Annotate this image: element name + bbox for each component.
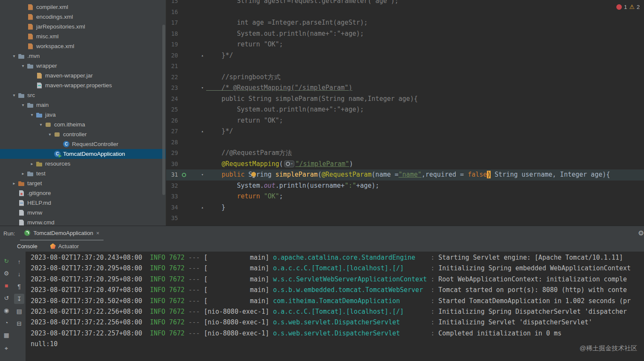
editor-line-15[interactable]: 15 String ageStr=request.getParameter("a… [166, 0, 644, 7]
tree-scrollbar[interactable] [162, 25, 165, 195]
editor-line-32[interactable]: 32 System.out.println(username+":"+age); [166, 180, 644, 192]
chevron-down-icon[interactable]: ▾ [19, 103, 27, 107]
tree-item-main[interactable]: ▾main [0, 100, 166, 110]
editor-line-25[interactable]: 25 System.out.println(name+":"+age); [166, 104, 644, 115]
editor-line-29[interactable]: 29 //@RequestParam方法 [166, 148, 644, 159]
tree-item-test[interactable]: ▸test [0, 169, 166, 178]
inspection-widget[interactable]: 1 ⚠ 2 [616, 3, 640, 10]
editor-line-24[interactable]: 24 public String simpleParam(String name… [166, 94, 644, 105]
line-number: 19 [166, 39, 178, 50]
soft-wrap-button[interactable]: ¶ [14, 281, 24, 292]
editor-line-26[interactable]: 26 return "OK"; [166, 115, 644, 126]
editor-line-23[interactable]: 23▾ /* @RequestMapping("/simpleParam") [166, 83, 644, 94]
tree-item-jarrepositories-xml[interactable]: jarRepositories.xml [0, 22, 166, 32]
tree-item-maven-wrapper-jar[interactable]: maven-wrapper.jar [0, 71, 166, 80]
tab-actuator[interactable]: Actuator [50, 243, 79, 249]
editor-line-19[interactable]: 19 return "OK"; [166, 39, 644, 50]
tree-item-help-md[interactable]: HELP.md [0, 198, 166, 208]
chevron-right-icon[interactable]: ▸ [28, 161, 36, 166]
tab-console[interactable]: Console [17, 243, 37, 249]
run-configuration-tab[interactable]: TomcatDemoApplication × [20, 226, 104, 241]
chevron-down-icon[interactable]: ▾ [10, 93, 18, 97]
chevron-down-icon[interactable]: ▾ [10, 54, 18, 58]
editor-line-17[interactable]: 17 int age =Integer.parseInt(ageStr); [166, 17, 644, 29]
editor-line-30[interactable]: 30 @RequestMapping("/simpleParam") [166, 159, 644, 170]
gutter-icon-slot [178, 50, 190, 61]
editor-line-31[interactable]: 31▾ public String simpleParam(@RequestPa… [166, 169, 644, 180]
tree-item-mvnw-cmd[interactable]: mvnw.cmd [0, 218, 166, 226]
code-token: } [206, 203, 225, 211]
settings-button[interactable]: ⚙ [1, 268, 12, 278]
fold-slot [190, 137, 206, 148]
tree-item-encodings-xml[interactable]: encodings.xml [0, 12, 166, 22]
run-lower: ↑↓¶↧▤⊟ 2023-08-02T17:37:20.243+08:00 INF… [13, 252, 644, 361]
fold-down-icon[interactable]: ▾ [201, 169, 204, 180]
tree-item-controller[interactable]: ▾controller [0, 129, 166, 139]
prev-occurrence-button[interactable]: ↑ [14, 257, 24, 267]
editor-line-34[interactable]: 34▴ } [166, 202, 644, 213]
editor-line-22[interactable]: 22 //springboot方式 [166, 72, 644, 83]
tree-item-wrapper[interactable]: ▾wrapper [0, 61, 166, 71]
tree-item-mvnw[interactable]: mvnw [0, 208, 166, 218]
code-text: String ageStr=request.getParameter("age"… [206, 0, 644, 7]
clear-console-button[interactable]: ⊟ [14, 318, 24, 329]
tree-item-workspace-xml[interactable]: workspace.xml [0, 41, 166, 51]
code-token: }*/ [206, 127, 233, 135]
code-text: }*/ [206, 50, 644, 61]
chevron-down-icon[interactable]: ▾ [28, 112, 36, 117]
print-button[interactable]: ▤ [14, 306, 24, 316]
intention-bulb-icon[interactable] [251, 172, 256, 177]
top-area: compiler.xmlencodings.xmljarRepositories… [0, 0, 644, 226]
tree-item-tomcatdemoapplication[interactable]: TomcatDemoApplication [0, 149, 166, 159]
chevron-right-icon[interactable]: ▸ [19, 171, 27, 176]
next-occurrence-button[interactable]: ↓ [14, 269, 24, 279]
tree-item-com-itheima[interactable]: ▾com.itheima [0, 120, 166, 129]
tree-item-target[interactable]: ▸target [0, 178, 166, 188]
scroll-to-end-button[interactable]: ↧ [14, 294, 24, 304]
rerun-button[interactable]: ↻ [1, 256, 12, 266]
console-log-line: 2023-08-02T17:37:20.295+08:00 INFO 7672 … [31, 274, 644, 285]
thread-dump-button[interactable]: ◉ [1, 305, 12, 315]
fold-up-icon[interactable]: ▴ [201, 126, 204, 137]
spring-bean-icon[interactable] [182, 173, 186, 177]
tree-item--mvn[interactable]: ▾.mvn [0, 51, 166, 61]
log-level: INFO [142, 286, 165, 294]
pin-button[interactable]: ⌖ [1, 343, 12, 353]
profiler-button[interactable]: ◔ [1, 318, 12, 328]
editor-line-27[interactable]: 27▴ }*/ [166, 126, 644, 137]
fold-up-icon[interactable]: ▴ [201, 202, 204, 213]
chevron-down-icon[interactable]: ▾ [19, 63, 27, 68]
chevron-down-icon[interactable]: ▾ [37, 122, 45, 127]
chevron-right-icon[interactable]: ▸ [10, 181, 18, 186]
annotation-target-inlay-icon[interactable] [284, 160, 295, 167]
code-text [206, 137, 644, 148]
tree-item-java[interactable]: ▾java [0, 110, 166, 120]
rerun-failed-button[interactable]: ↺ [1, 293, 12, 303]
editor-line-20[interactable]: 20▴ }*/ [166, 50, 644, 61]
editor-line-16[interactable]: 16 [166, 7, 644, 18]
editor-line-18[interactable]: 18 System.out.println(name+":"+age); [166, 29, 644, 40]
gear-icon[interactable]: ⚙ [638, 229, 644, 237]
editor-line-35[interactable]: 35 [166, 213, 644, 224]
editor-panel[interactable]: 15 String ageStr=request.getParameter("a… [166, 0, 644, 226]
tree-item-misc-xml[interactable]: misc.xml [0, 32, 166, 41]
tree-item-compiler-xml[interactable]: compiler.xml [0, 2, 166, 12]
fold-up-icon[interactable]: ▴ [201, 50, 204, 61]
close-icon[interactable]: × [96, 230, 100, 236]
log-separator: --- [184, 308, 204, 315]
editor-line-21[interactable]: 21 [166, 61, 644, 72]
tree-item-resources[interactable]: ▸resources [0, 159, 166, 169]
tree-item-src[interactable]: ▾src [0, 90, 166, 100]
editor-line-33[interactable]: 33 return "OK"; [166, 191, 644, 202]
tree-item-label: RequestController [72, 141, 118, 147]
console-output[interactable]: 2023-08-02T17:37:20.243+08:00 INFO 7672 … [26, 252, 644, 361]
chevron-down-icon[interactable]: ▾ [46, 132, 54, 137]
editor-line-28[interactable]: 28 [166, 137, 644, 148]
tree-item-requestcontroller[interactable]: RequestController [0, 139, 166, 149]
tree-item--gitignore[interactable]: .gitignore [0, 188, 166, 198]
tree-item-maven-wrapper-properties[interactable]: maven-wrapper.properties [0, 80, 166, 90]
stop-button[interactable]: ■ [1, 281, 12, 291]
log-pid: 7672 [165, 264, 184, 272]
fold-down-icon[interactable]: ▾ [201, 83, 204, 94]
layout-button[interactable]: ▦ [1, 330, 12, 340]
